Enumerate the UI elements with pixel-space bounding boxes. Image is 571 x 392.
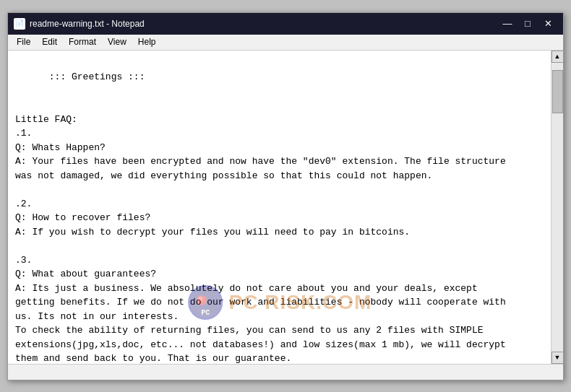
document-text: ::: Greetings ::: Little FAQ: .1. Q: Wha… xyxy=(15,71,506,364)
window-title: readme-warning.txt - Notepad xyxy=(30,19,498,29)
menu-view[interactable]: View xyxy=(102,35,132,48)
svg-text:PC: PC xyxy=(201,309,210,317)
title-bar: 📄 readme-warning.txt - Notepad — □ ✕ xyxy=(8,13,563,35)
scroll-up-button[interactable]: ▲ xyxy=(551,51,564,63)
scroll-thumb[interactable] xyxy=(552,70,563,113)
menu-edit[interactable]: Edit xyxy=(36,35,63,48)
status-bar xyxy=(8,364,563,380)
minimize-button[interactable]: — xyxy=(498,17,517,31)
content-area: ::: Greetings ::: Little FAQ: .1. Q: Wha… xyxy=(8,51,563,364)
menu-file[interactable]: File xyxy=(11,35,36,48)
maximize-button[interactable]: □ xyxy=(518,17,537,31)
menu-format[interactable]: Format xyxy=(63,35,102,48)
scroll-down-button[interactable]: ▼ xyxy=(551,352,564,364)
app-icon: 📄 xyxy=(14,18,25,30)
menu-help[interactable]: Help xyxy=(132,35,162,48)
close-button[interactable]: ✕ xyxy=(538,17,557,31)
menu-bar: File Edit Format View Help xyxy=(8,35,563,51)
notepad-window: 📄 readme-warning.txt - Notepad — □ ✕ Fil… xyxy=(7,12,564,380)
scroll-track[interactable] xyxy=(551,63,564,352)
text-editor[interactable]: ::: Greetings ::: Little FAQ: .1. Q: Wha… xyxy=(8,51,551,364)
vertical-scrollbar[interactable]: ▲ ▼ xyxy=(551,51,563,364)
window-controls: — □ ✕ xyxy=(498,17,557,31)
